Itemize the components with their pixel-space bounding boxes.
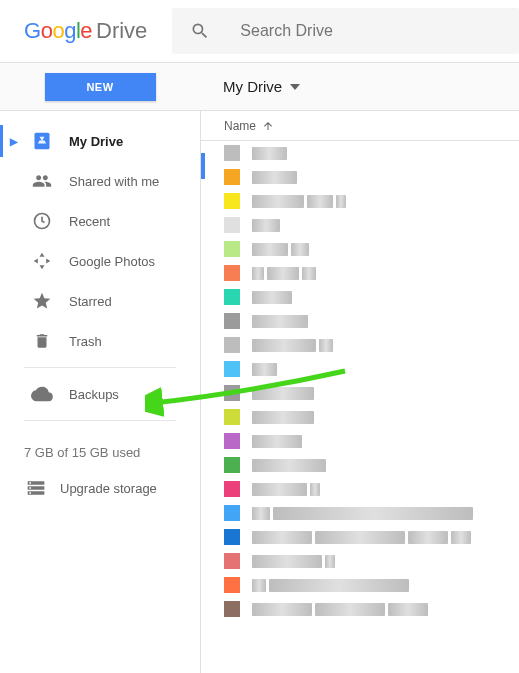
file-icon bbox=[224, 289, 240, 305]
search-input[interactable] bbox=[240, 22, 501, 40]
sidebar-item-trash[interactable]: Trash bbox=[0, 321, 200, 361]
file-row[interactable] bbox=[201, 237, 519, 261]
file-name bbox=[252, 435, 302, 448]
file-name bbox=[252, 195, 346, 208]
expand-caret-icon[interactable]: ▶ bbox=[10, 136, 18, 147]
sort-ascending-icon bbox=[262, 120, 274, 132]
sidebar-item-shared[interactable]: Shared with me bbox=[0, 161, 200, 201]
selection-indicator bbox=[201, 153, 205, 179]
file-row[interactable] bbox=[201, 597, 519, 621]
file-icon bbox=[224, 529, 240, 545]
file-icon bbox=[224, 385, 240, 401]
sidebar-item-label: Starred bbox=[69, 294, 112, 309]
file-name bbox=[252, 387, 314, 400]
logo[interactable]: Google Drive bbox=[24, 18, 147, 44]
sidebar-item-photos[interactable]: Google Photos bbox=[0, 241, 200, 281]
breadcrumb[interactable]: My Drive bbox=[200, 78, 300, 95]
star-icon bbox=[30, 291, 54, 311]
upgrade-label: Upgrade storage bbox=[60, 481, 157, 496]
file-name bbox=[252, 507, 473, 520]
people-icon bbox=[30, 171, 54, 191]
file-name bbox=[252, 555, 335, 568]
upgrade-storage[interactable]: Upgrade storage bbox=[24, 478, 200, 498]
separator bbox=[24, 367, 176, 368]
main: ▶ My Drive Shared with me Recent Google … bbox=[0, 111, 519, 673]
sidebar-footer: 7 GB of 15 GB used Upgrade storage bbox=[0, 427, 200, 498]
sidebar-item-label: Google Photos bbox=[69, 254, 155, 269]
file-row[interactable] bbox=[201, 429, 519, 453]
file-row[interactable] bbox=[201, 381, 519, 405]
search-box[interactable] bbox=[172, 8, 519, 54]
new-button[interactable]: NEW bbox=[45, 73, 156, 101]
file-name bbox=[252, 459, 326, 472]
file-name bbox=[252, 219, 280, 232]
sidebar-item-my-drive[interactable]: ▶ My Drive bbox=[0, 121, 200, 161]
file-icon bbox=[224, 433, 240, 449]
sidebar: ▶ My Drive Shared with me Recent Google … bbox=[0, 111, 200, 673]
file-row[interactable] bbox=[201, 405, 519, 429]
column-header-name[interactable]: Name bbox=[201, 111, 519, 141]
sidebar-item-label: Shared with me bbox=[69, 174, 159, 189]
file-row[interactable] bbox=[201, 165, 519, 189]
file-row[interactable] bbox=[201, 477, 519, 501]
dropdown-arrow-icon bbox=[290, 84, 300, 90]
column-header-label: Name bbox=[224, 119, 256, 133]
file-icon bbox=[224, 577, 240, 593]
storage-text: 7 GB of 15 GB used bbox=[24, 445, 200, 460]
sidebar-item-label: Trash bbox=[69, 334, 102, 349]
file-name bbox=[252, 483, 320, 496]
file-row[interactable] bbox=[201, 261, 519, 285]
file-icon bbox=[224, 169, 240, 185]
file-icon bbox=[224, 337, 240, 353]
separator bbox=[24, 420, 176, 421]
google-logo: Google bbox=[24, 18, 92, 44]
file-row[interactable] bbox=[201, 525, 519, 549]
photos-icon bbox=[30, 251, 54, 271]
file-name bbox=[252, 363, 277, 376]
breadcrumb-label: My Drive bbox=[223, 78, 282, 95]
file-row[interactable] bbox=[201, 333, 519, 357]
sidebar-item-starred[interactable]: Starred bbox=[0, 281, 200, 321]
sidebar-item-backups[interactable]: Backups bbox=[0, 374, 200, 414]
file-row[interactable] bbox=[201, 501, 519, 525]
file-row[interactable] bbox=[201, 309, 519, 333]
file-row[interactable] bbox=[201, 573, 519, 597]
file-icon bbox=[224, 361, 240, 377]
drive-icon bbox=[30, 131, 54, 151]
file-name bbox=[252, 291, 292, 304]
file-name bbox=[252, 147, 287, 160]
file-name bbox=[252, 339, 333, 352]
storage-icon bbox=[24, 478, 48, 498]
file-icon bbox=[224, 601, 240, 617]
file-row[interactable] bbox=[201, 141, 519, 165]
file-list[interactable] bbox=[201, 141, 519, 673]
file-name bbox=[252, 603, 428, 616]
file-row[interactable] bbox=[201, 189, 519, 213]
file-icon bbox=[224, 193, 240, 209]
file-icon bbox=[224, 505, 240, 521]
file-icon bbox=[224, 241, 240, 257]
sidebar-item-label: Backups bbox=[69, 387, 119, 402]
file-row[interactable] bbox=[201, 213, 519, 237]
file-name bbox=[252, 171, 297, 184]
sidebar-item-label: Recent bbox=[69, 214, 110, 229]
clock-icon bbox=[30, 211, 54, 231]
sidebar-item-recent[interactable]: Recent bbox=[0, 201, 200, 241]
product-name: Drive bbox=[96, 18, 147, 44]
trash-icon bbox=[30, 332, 54, 350]
sidebar-item-label: My Drive bbox=[69, 134, 123, 149]
file-name bbox=[252, 267, 316, 280]
search-icon bbox=[190, 21, 210, 41]
file-name bbox=[252, 579, 409, 592]
file-row[interactable] bbox=[201, 549, 519, 573]
sub-bar: NEW My Drive bbox=[0, 62, 519, 111]
file-icon bbox=[224, 553, 240, 569]
file-row[interactable] bbox=[201, 357, 519, 381]
file-icon bbox=[224, 409, 240, 425]
cloud-icon bbox=[30, 383, 54, 405]
file-row[interactable] bbox=[201, 285, 519, 309]
file-name bbox=[252, 315, 308, 328]
file-icon bbox=[224, 265, 240, 281]
file-row[interactable] bbox=[201, 453, 519, 477]
file-icon bbox=[224, 217, 240, 233]
